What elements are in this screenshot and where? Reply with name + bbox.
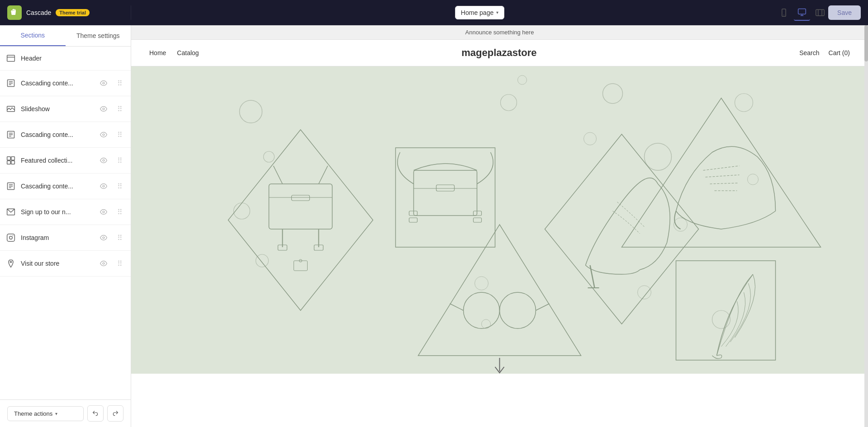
page-selector-label: Home page bbox=[461, 9, 493, 16]
eye-icon-6[interactable] bbox=[97, 206, 110, 218]
nav-catalog[interactable]: Catalog bbox=[177, 49, 199, 56]
mobile-view-button[interactable] bbox=[776, 5, 792, 21]
store-name: Cascade bbox=[26, 9, 51, 16]
section-label-instagram: Instagram bbox=[21, 234, 93, 241]
svg-rect-25 bbox=[11, 161, 15, 164]
sidebar-tabs: Sections Theme settings bbox=[0, 25, 131, 47]
svg-point-39 bbox=[103, 263, 104, 264]
wide-view-button[interactable] bbox=[812, 5, 828, 21]
preview-area: Announce something here Home Catalog mag… bbox=[131, 25, 868, 427]
svg-point-36 bbox=[13, 235, 14, 236]
drag-handle-6[interactable]: ⠿ bbox=[114, 206, 125, 217]
section-label-cascading-1: Cascading conte... bbox=[21, 80, 93, 87]
desktop-view-button[interactable] bbox=[794, 5, 810, 21]
sidebar-item-instagram[interactable]: Instagram ⠿ bbox=[0, 225, 131, 251]
sidebar-item-cascading-2[interactable]: Cascading conte... ⠿ bbox=[0, 122, 131, 148]
shopify-logo bbox=[7, 5, 22, 20]
sidebar: Sections Theme settings Header bbox=[0, 25, 131, 427]
view-controls bbox=[776, 5, 828, 21]
sidebar-scroll: Header Cascading conte... bbox=[0, 47, 131, 399]
svg-point-35 bbox=[9, 236, 13, 239]
svg-point-38 bbox=[10, 261, 11, 263]
preview-scrollbar[interactable] bbox=[864, 25, 868, 427]
store-nav: Home Catalog mageplazastore Search Cart … bbox=[131, 40, 868, 66]
sidebar-item-slideshow[interactable]: Slideshow ⠿ bbox=[0, 96, 131, 122]
svg-rect-40 bbox=[228, 66, 771, 374]
theme-actions-button[interactable]: Theme actions ▾ bbox=[7, 406, 84, 421]
sidebar-item-visit-store[interactable]: Visit our store ⠿ bbox=[0, 251, 131, 277]
sidebar-bottom: Theme actions ▾ bbox=[0, 399, 131, 427]
section-label-header: Header bbox=[21, 55, 125, 62]
section-label-cascading-2: Cascading conte... bbox=[21, 131, 93, 138]
svg-point-33 bbox=[103, 211, 104, 213]
svg-point-21 bbox=[103, 134, 104, 136]
tab-theme-settings[interactable]: Theme settings bbox=[66, 25, 131, 46]
nav-cart[interactable]: Cart (0) bbox=[829, 49, 850, 56]
eye-icon-1[interactable] bbox=[97, 77, 110, 89]
svg-rect-34 bbox=[7, 234, 15, 242]
announcement-bar: Announce something here bbox=[131, 25, 868, 40]
topbar-center: Home page ▾ bbox=[131, 6, 828, 19]
scrollbar-thumb[interactable] bbox=[864, 25, 868, 61]
theme-actions-label: Theme actions bbox=[14, 410, 52, 417]
drag-handle-5[interactable]: ⠿ bbox=[114, 181, 125, 192]
save-button[interactable]: Save bbox=[828, 5, 861, 20]
page-selector[interactable]: Home page ▾ bbox=[455, 6, 504, 19]
svg-point-16 bbox=[103, 108, 104, 110]
svg-rect-23 bbox=[11, 157, 15, 160]
eye-icon-5[interactable] bbox=[97, 180, 110, 192]
eye-icon-7[interactable] bbox=[97, 231, 110, 244]
svg-rect-8 bbox=[7, 55, 15, 61]
chevron-down-icon-actions: ▾ bbox=[55, 411, 57, 416]
drag-handle-7[interactable]: ⠿ bbox=[114, 232, 125, 243]
nav-links: Home Catalog bbox=[149, 49, 199, 56]
topbar: Cascade Theme trial Home page ▾ bbox=[0, 0, 868, 25]
tab-sections[interactable]: Sections bbox=[0, 25, 66, 46]
section-label-cascading-3: Cascading conte... bbox=[21, 183, 93, 190]
nav-right: Search Cart (0) bbox=[799, 49, 850, 56]
eye-icon-2[interactable] bbox=[97, 103, 110, 115]
eye-icon-4[interactable] bbox=[97, 154, 110, 167]
svg-point-26 bbox=[103, 160, 104, 161]
svg-point-31 bbox=[103, 185, 104, 187]
drag-handle-4[interactable]: ⠿ bbox=[114, 155, 125, 166]
chevron-down-icon: ▾ bbox=[496, 10, 498, 15]
drag-handle-1[interactable]: ⠿ bbox=[114, 78, 125, 89]
email-icon bbox=[5, 206, 16, 217]
eye-icon-3[interactable] bbox=[97, 128, 110, 141]
svg-rect-2 bbox=[798, 9, 806, 14]
announce-text: Announce something here bbox=[465, 29, 534, 36]
header-icon bbox=[5, 53, 16, 64]
section-label-signup: Sign up to our n... bbox=[21, 208, 93, 216]
redo-button[interactable] bbox=[107, 405, 123, 422]
eye-icon-8[interactable] bbox=[97, 257, 110, 270]
section-label-visit-store: Visit our store bbox=[21, 260, 93, 267]
sidebar-item-signup[interactable]: Sign up to our n... ⠿ bbox=[0, 199, 131, 225]
text-icon-3 bbox=[5, 181, 16, 192]
sidebar-item-cascading-3[interactable]: Cascading conte... ⠿ bbox=[0, 174, 131, 199]
logo-area: Cascade Theme trial bbox=[0, 5, 131, 20]
nav-home[interactable]: Home bbox=[149, 49, 166, 56]
undo-button[interactable] bbox=[87, 405, 104, 422]
text-icon-2 bbox=[5, 129, 16, 140]
drag-handle-8[interactable]: ⠿ bbox=[114, 258, 125, 269]
svg-rect-22 bbox=[7, 157, 11, 160]
svg-point-37 bbox=[103, 237, 104, 239]
location-icon bbox=[5, 258, 16, 269]
sidebar-item-cascading-1[interactable]: Cascading conte... ⠿ bbox=[0, 70, 131, 96]
text-icon-1 bbox=[5, 78, 16, 89]
hero-illustration bbox=[131, 66, 868, 374]
hero-section bbox=[131, 66, 868, 374]
drag-handle-3[interactable]: ⠿ bbox=[114, 129, 125, 140]
sidebar-item-header[interactable]: Header bbox=[0, 47, 131, 70]
section-label-featured: Featured collecti... bbox=[21, 157, 93, 164]
svg-rect-5 bbox=[816, 9, 824, 15]
svg-rect-0 bbox=[782, 9, 786, 16]
section-label-slideshow: Slideshow bbox=[21, 105, 93, 113]
theme-trial-badge: Theme trial bbox=[56, 9, 90, 16]
sidebar-item-featured-collection[interactable]: Featured collecti... ⠿ bbox=[0, 148, 131, 174]
grid-icon bbox=[5, 155, 16, 166]
store-brand: mageplazastore bbox=[461, 47, 536, 59]
drag-handle-2[interactable]: ⠿ bbox=[114, 103, 125, 114]
nav-search[interactable]: Search bbox=[799, 49, 819, 56]
